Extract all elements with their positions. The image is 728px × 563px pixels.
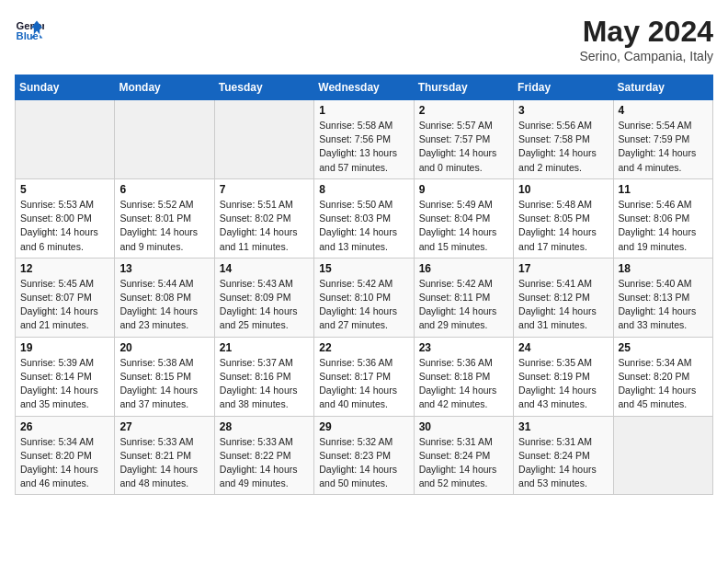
day-number: 7 [220,183,309,196]
calendar-cell: 6Sunrise: 5:52 AMSunset: 8:01 PMDaylight… [115,178,214,258]
day-info: Sunrise: 5:33 AMSunset: 8:21 PMDaylight:… [119,435,209,491]
day-info: Sunrise: 5:40 AMSunset: 8:13 PMDaylight:… [619,277,708,333]
day-info: Sunrise: 5:37 AMSunset: 8:16 PMDaylight:… [220,356,309,412]
day-info: Sunrise: 5:39 AMSunset: 8:14 PMDaylight:… [20,356,109,412]
calendar-cell: 31Sunrise: 5:31 AMSunset: 8:24 PMDayligh… [514,416,613,495]
calendar-cell: 2Sunrise: 5:57 AMSunset: 7:57 PMDaylight… [414,100,513,179]
calendar-cell [115,100,214,179]
calendar-header: SundayMondayTuesdayWednesdayThursdayFrid… [16,75,713,100]
weekday-header-wednesday: Wednesday [314,75,414,100]
calendar-cell: 14Sunrise: 5:43 AMSunset: 8:09 PMDayligh… [214,258,313,337]
day-info: Sunrise: 5:49 AMSunset: 8:04 PMDaylight:… [419,198,508,254]
day-info: Sunrise: 5:53 AMSunset: 8:00 PMDaylight:… [20,198,109,254]
calendar-cell: 24Sunrise: 5:35 AMSunset: 8:19 PMDayligh… [514,337,613,416]
day-info: Sunrise: 5:57 AMSunset: 7:57 PMDaylight:… [419,119,508,175]
day-number: 10 [518,183,608,196]
day-number: 13 [119,262,209,275]
weekday-header-row: SundayMondayTuesdayWednesdayThursdayFrid… [16,75,713,100]
day-number: 18 [619,262,708,275]
day-info: Sunrise: 5:51 AMSunset: 8:02 PMDaylight:… [220,198,309,254]
day-number: 20 [119,341,209,354]
weekday-header-thursday: Thursday [414,75,513,100]
calendar-cell: 28Sunrise: 5:33 AMSunset: 8:22 PMDayligh… [214,416,313,495]
calendar-cell: 22Sunrise: 5:36 AMSunset: 8:17 PMDayligh… [314,337,414,416]
day-number: 9 [419,183,508,196]
day-number: 24 [518,341,608,354]
day-number: 2 [419,104,508,117]
day-number: 29 [319,420,408,433]
day-number: 23 [419,341,508,354]
calendar-week-5: 26Sunrise: 5:34 AMSunset: 8:20 PMDayligh… [16,416,713,495]
day-number: 11 [619,183,708,196]
calendar-cell: 5Sunrise: 5:53 AMSunset: 8:00 PMDaylight… [16,178,115,258]
weekday-header-tuesday: Tuesday [214,75,313,100]
day-info: Sunrise: 5:54 AMSunset: 7:59 PMDaylight:… [619,119,708,175]
day-number: 27 [119,420,209,433]
calendar-cell: 8Sunrise: 5:50 AMSunset: 8:03 PMDaylight… [314,178,414,258]
calendar-cell: 17Sunrise: 5:41 AMSunset: 8:12 PMDayligh… [514,258,613,337]
title-block: May 2024 Serino, Campania, Italy [579,15,713,63]
day-info: Sunrise: 5:50 AMSunset: 8:03 PMDaylight:… [319,198,408,254]
calendar-cell: 23Sunrise: 5:36 AMSunset: 8:18 PMDayligh… [414,337,513,416]
calendar-cell: 29Sunrise: 5:32 AMSunset: 8:23 PMDayligh… [314,416,414,495]
day-info: Sunrise: 5:31 AMSunset: 8:24 PMDaylight:… [419,435,508,491]
day-number: 15 [319,262,408,275]
day-info: Sunrise: 5:42 AMSunset: 8:11 PMDaylight:… [419,277,508,333]
calendar-cell: 4Sunrise: 5:54 AMSunset: 7:59 PMDaylight… [613,100,712,179]
day-number: 5 [20,183,109,196]
location: Serino, Campania, Italy [579,49,713,63]
calendar-week-3: 12Sunrise: 5:45 AMSunset: 8:07 PMDayligh… [16,258,713,337]
day-info: Sunrise: 5:42 AMSunset: 8:10 PMDaylight:… [319,277,408,333]
day-number: 14 [220,262,309,275]
logo-icon: General Blue [15,15,44,44]
day-info: Sunrise: 5:58 AMSunset: 7:56 PMDaylight:… [319,119,408,175]
calendar-body: 1Sunrise: 5:58 AMSunset: 7:56 PMDaylight… [16,100,713,495]
day-info: Sunrise: 5:34 AMSunset: 8:20 PMDaylight:… [20,435,109,491]
day-info: Sunrise: 5:56 AMSunset: 7:58 PMDaylight:… [518,119,608,175]
calendar-cell [16,100,115,179]
calendar-cell: 12Sunrise: 5:45 AMSunset: 8:07 PMDayligh… [16,258,115,337]
day-number: 30 [419,420,508,433]
calendar-cell: 10Sunrise: 5:48 AMSunset: 8:05 PMDayligh… [514,178,613,258]
calendar-cell: 27Sunrise: 5:33 AMSunset: 8:21 PMDayligh… [115,416,214,495]
logo: General Blue [15,15,44,44]
calendar-cell [214,100,313,179]
month-title: May 2024 [579,15,713,49]
calendar-cell: 7Sunrise: 5:51 AMSunset: 8:02 PMDaylight… [214,178,313,258]
day-info: Sunrise: 5:38 AMSunset: 8:15 PMDaylight:… [119,356,209,412]
calendar-cell: 15Sunrise: 5:42 AMSunset: 8:10 PMDayligh… [314,258,414,337]
day-info: Sunrise: 5:31 AMSunset: 8:24 PMDaylight:… [518,435,608,491]
day-number: 17 [518,262,608,275]
day-number: 6 [119,183,209,196]
day-number: 8 [319,183,408,196]
day-number: 4 [619,104,708,117]
calendar-week-4: 19Sunrise: 5:39 AMSunset: 8:14 PMDayligh… [16,337,713,416]
calendar-cell [613,416,712,495]
day-info: Sunrise: 5:44 AMSunset: 8:08 PMDaylight:… [119,277,209,333]
calendar-cell: 13Sunrise: 5:44 AMSunset: 8:08 PMDayligh… [115,258,214,337]
day-info: Sunrise: 5:43 AMSunset: 8:09 PMDaylight:… [220,277,309,333]
calendar-cell: 21Sunrise: 5:37 AMSunset: 8:16 PMDayligh… [214,337,313,416]
day-info: Sunrise: 5:34 AMSunset: 8:20 PMDaylight:… [619,356,708,412]
day-info: Sunrise: 5:41 AMSunset: 8:12 PMDaylight:… [518,277,608,333]
day-number: 16 [419,262,508,275]
weekday-header-monday: Monday [115,75,214,100]
weekday-header-sunday: Sunday [16,75,115,100]
day-info: Sunrise: 5:48 AMSunset: 8:05 PMDaylight:… [518,198,608,254]
day-info: Sunrise: 5:52 AMSunset: 8:01 PMDaylight:… [119,198,209,254]
calendar-cell: 1Sunrise: 5:58 AMSunset: 7:56 PMDaylight… [314,100,414,179]
day-number: 25 [619,341,708,354]
day-info: Sunrise: 5:36 AMSunset: 8:17 PMDaylight:… [319,356,408,412]
calendar-cell: 30Sunrise: 5:31 AMSunset: 8:24 PMDayligh… [414,416,513,495]
day-info: Sunrise: 5:32 AMSunset: 8:23 PMDaylight:… [319,435,408,491]
day-number: 22 [319,341,408,354]
weekday-header-friday: Friday [514,75,613,100]
day-info: Sunrise: 5:35 AMSunset: 8:19 PMDaylight:… [518,356,608,412]
day-number: 28 [220,420,309,433]
page-header: General Blue May 2024 Serino, Campania, … [15,15,713,63]
weekday-header-saturday: Saturday [613,75,712,100]
calendar-cell: 3Sunrise: 5:56 AMSunset: 7:58 PMDaylight… [514,100,613,179]
day-info: Sunrise: 5:46 AMSunset: 8:06 PMDaylight:… [619,198,708,254]
calendar-cell: 18Sunrise: 5:40 AMSunset: 8:13 PMDayligh… [613,258,712,337]
calendar-cell: 20Sunrise: 5:38 AMSunset: 8:15 PMDayligh… [115,337,214,416]
